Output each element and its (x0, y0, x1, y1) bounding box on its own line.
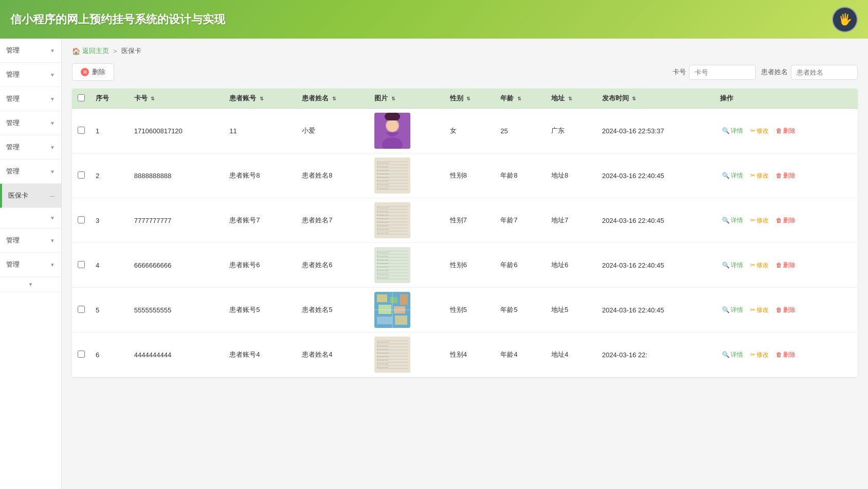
sidebar-item-3-label: 管理 (6, 94, 20, 103)
row-select-checkbox-4[interactable] (78, 306, 85, 313)
row-select-checkbox-2[interactable] (78, 216, 85, 223)
detail-button-4[interactable]: 🔍 详情 (720, 305, 745, 316)
row-select-checkbox-3[interactable] (78, 261, 85, 268)
detail-button-5[interactable]: 🔍 详情 (720, 350, 745, 360)
sidebar-item-1[interactable]: 管理 ▼ (0, 39, 61, 63)
svg-rect-65 (400, 294, 408, 305)
svg-text:Ih lorem text5: Ih lorem text5 (377, 180, 389, 182)
cell-address-3: 地址6 (546, 243, 597, 288)
edit-icon-0: ✂ (750, 127, 755, 134)
breadcrumb: 🏠 返回主页 > 医保卡 (72, 46, 858, 56)
breadcrumb-home[interactable]: 🏠 返回主页 (72, 46, 109, 56)
cell-patient-account-3: 患者账号6 (224, 243, 297, 288)
detail-button-1[interactable]: 🔍 详情 (720, 170, 745, 181)
th-checkbox (72, 89, 91, 109)
toolbar-right: 卡号 患者姓名 (673, 65, 858, 80)
sort-icon-publish-time[interactable]: ⇅ (632, 96, 636, 101)
sidebar-item-8[interactable]: ▼ (0, 208, 61, 229)
sort-icon-image[interactable]: ⇅ (391, 96, 395, 101)
detail-button-3[interactable]: 🔍 详情 (720, 260, 745, 271)
sidebar-item-2[interactable]: 管理 ▼ (0, 63, 61, 87)
cell-index-5: 6 (91, 333, 129, 377)
row-checkbox-5 (72, 333, 91, 377)
cell-image-1: Ih lorem text0Ih lorem text1Ih lorem tex… (369, 153, 444, 198)
edit-button-0[interactable]: ✂ 修改 (748, 126, 771, 136)
card-no-input[interactable] (689, 65, 756, 80)
chevron-down-icon-11[interactable]: ▼ (28, 282, 33, 287)
data-table-wrapper: 序号 卡号 ⇅ 患者账号 ⇅ 患者姓名 ⇅ (72, 89, 858, 377)
cell-age-4: 年龄5 (495, 288, 546, 333)
cell-patient-name-2: 患者姓名7 (297, 198, 369, 243)
cell-patient-account-5: 患者账号4 (224, 333, 297, 377)
patient-name-input[interactable] (791, 65, 858, 80)
sidebar-item-medical-card[interactable]: 医保卡 — (0, 184, 61, 208)
edit-button-3[interactable]: ✂ 修改 (748, 260, 771, 271)
sidebar-item-10[interactable]: 管理 ▼ (0, 253, 61, 277)
cell-card-no-2: 7777777777 (129, 198, 225, 243)
th-gender: 性别 ⇅ (445, 89, 496, 109)
sort-icon-gender[interactable]: ⇅ (466, 96, 471, 101)
cell-card-no-0: 1710600817120 (129, 109, 225, 153)
breadcrumb-separator: > (113, 47, 117, 55)
cell-image-3: Ih lorem text0Ih lorem text1Ih lorem tex… (369, 243, 444, 288)
cell-address-1: 地址8 (546, 153, 597, 198)
cell-patient-name-3: 患者姓名6 (297, 243, 369, 288)
th-age: 年龄 ⇅ (495, 89, 546, 109)
svg-text:Ih lorem text7: Ih lorem text7 (377, 276, 389, 279)
cell-card-no-4: 5555555555 (129, 288, 225, 333)
sort-icon-patient-name[interactable]: ⇅ (332, 96, 336, 101)
svg-rect-68 (377, 317, 392, 324)
sidebar-item-6[interactable]: 管理 ▼ (0, 160, 61, 184)
row-select-checkbox-1[interactable] (78, 171, 85, 179)
app-header: 信小程序的网上预约挂号系统的设计与实现 🖐 (0, 0, 868, 39)
edit-icon-5: ✂ (750, 351, 755, 358)
row-delete-button-1[interactable]: 🗑 删除 (774, 170, 798, 181)
table-row: 1 1710600817120 11 小爱 女 25 广东 2024-03-16… (72, 109, 858, 153)
svg-text:Ih lorem text5: Ih lorem text5 (377, 224, 389, 227)
row-delete-button-4[interactable]: 🗑 删除 (774, 305, 798, 316)
svg-text:Ih lorem text3: Ih lorem text3 (377, 262, 389, 265)
cell-action-2: 🔍 详情 ✂ 修改 🗑 删除 (715, 198, 858, 243)
cell-age-3: 年龄6 (495, 243, 546, 288)
sidebar-item-4[interactable]: 管理 ▼ (0, 111, 61, 135)
edit-button-2[interactable]: ✂ 修改 (748, 215, 771, 226)
cell-patient-name-0: 小爱 (297, 109, 369, 153)
sidebar: 管理 ▼ 管理 ▼ 管理 ▼ 管理 ▼ 管理 ▼ 管理 ▼ 医保卡 (0, 39, 62, 489)
edit-button-5[interactable]: ✂ 修改 (748, 350, 771, 360)
main-content: 🏠 返回主页 > 医保卡 ✕ 删除 卡号 患者姓名 (62, 39, 868, 489)
search-icon-1: 🔍 (722, 172, 730, 179)
cell-publish-time-5: 2024-03-16 22: (597, 333, 715, 377)
sort-icon-address[interactable]: ⇅ (568, 96, 572, 101)
sort-icon-age[interactable]: ⇅ (517, 96, 521, 101)
row-select-checkbox-5[interactable] (78, 351, 85, 358)
cell-gender-5: 性别4 (445, 333, 496, 377)
edit-icon-4: ✂ (750, 306, 755, 313)
cell-action-1: 🔍 详情 ✂ 修改 🗑 删除 (715, 153, 858, 198)
edit-button-4[interactable]: ✂ 修改 (748, 305, 771, 316)
row-delete-button-3[interactable]: 🗑 删除 (774, 260, 798, 271)
svg-text:Ih lorem text6: Ih lorem text6 (377, 183, 389, 186)
sidebar-item-3[interactable]: 管理 ▼ (0, 87, 61, 111)
row-select-checkbox-0[interactable] (78, 127, 85, 134)
sidebar-item-5[interactable]: 管理 ▼ (0, 135, 61, 160)
select-all-checkbox[interactable] (78, 94, 85, 101)
row-delete-button-0[interactable]: 🗑 删除 (774, 126, 798, 136)
cell-age-5: 年龄4 (495, 333, 546, 377)
cell-patient-name-5: 患者姓名4 (297, 333, 369, 377)
detail-button-0[interactable]: 🔍 详情 (720, 126, 745, 136)
data-table: 序号 卡号 ⇅ 患者账号 ⇅ 患者姓名 ⇅ (72, 89, 858, 377)
delete-button[interactable]: ✕ 删除 (72, 63, 114, 81)
user-avatar[interactable]: 🖐 (832, 7, 858, 32)
sort-icon-patient-account[interactable]: ⇅ (260, 96, 264, 101)
cell-action-5: 🔍 详情 ✂ 修改 🗑 删除 (715, 333, 858, 377)
sidebar-item-9[interactable]: 管理 ▼ (0, 229, 61, 253)
row-delete-button-5[interactable]: 🗑 删除 (774, 350, 798, 360)
sort-icon-card-no[interactable]: ⇅ (151, 96, 155, 101)
cell-index-4: 5 (91, 288, 129, 333)
svg-rect-64 (390, 297, 397, 303)
row-delete-button-2[interactable]: 🗑 删除 (774, 215, 798, 226)
card-no-search-group: 卡号 (673, 65, 756, 80)
detail-button-2[interactable]: 🔍 详情 (720, 215, 745, 226)
edit-button-1[interactable]: ✂ 修改 (748, 170, 771, 181)
chevron-down-icon-10: ▼ (50, 262, 55, 268)
